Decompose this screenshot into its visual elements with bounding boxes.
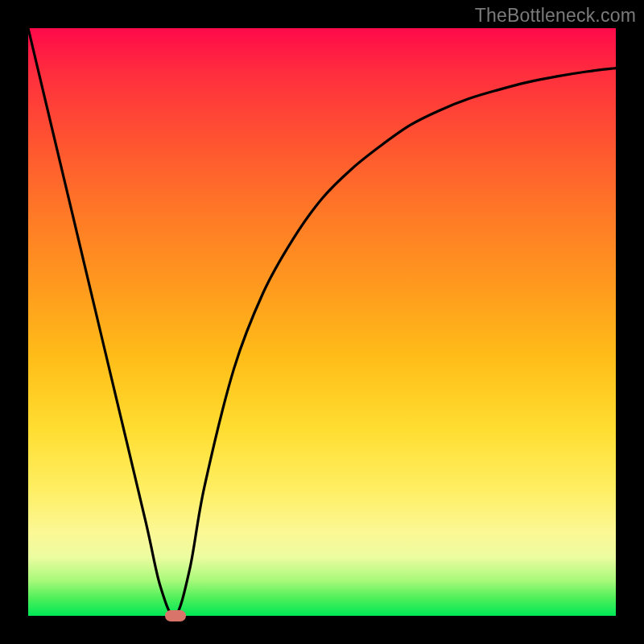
optimal-point-marker (165, 610, 186, 621)
bottleneck-curve (28, 28, 616, 616)
plot-area (28, 28, 616, 616)
watermark-text: TheBottleneck.com (475, 5, 636, 27)
chart-frame: TheBottleneck.com (0, 0, 644, 644)
curve-svg (28, 28, 616, 616)
